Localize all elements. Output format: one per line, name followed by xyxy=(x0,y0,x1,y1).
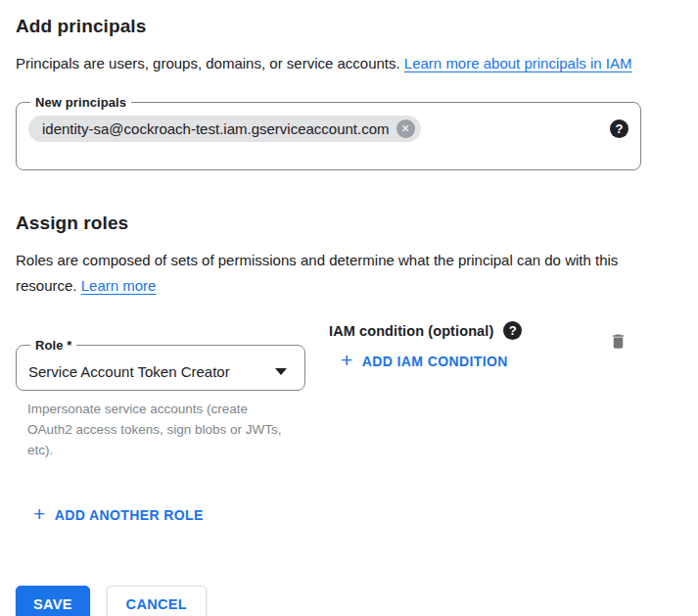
role-helper-text: Impersonate service accounts (create OAu… xyxy=(27,399,292,460)
actions-row: SAVE CANCEL xyxy=(16,586,682,616)
add-another-role-label: ADD ANOTHER ROLE xyxy=(55,507,204,523)
iam-condition-label: IAM condition (optional) xyxy=(329,323,493,339)
principals-description: Principals are users, groups, domains, o… xyxy=(16,51,657,76)
add-another-role-button[interactable]: + ADD ANOTHER ROLE xyxy=(25,501,211,529)
role-selected-value: Service Account Token Creator xyxy=(28,363,230,380)
role-label: Role * xyxy=(30,338,76,353)
dropdown-arrow-icon xyxy=(275,368,287,375)
principals-row: identity-sa@cockroach-test.iam.gservicea… xyxy=(28,116,628,142)
save-button[interactable]: SAVE xyxy=(16,586,90,616)
add-iam-condition-label: ADD IAM CONDITION xyxy=(362,354,508,369)
iam-condition-label-row: IAM condition (optional) ? xyxy=(329,321,522,340)
plus-icon: + xyxy=(33,506,46,522)
role-row: Role * Service Account Token Creator Imp… xyxy=(16,319,682,460)
iam-condition-column: IAM condition (optional) ? + ADD IAM CON… xyxy=(329,319,522,375)
add-principals-title: Add principals xyxy=(16,16,682,37)
roles-description: Roles are composed of sets of permission… xyxy=(16,248,657,299)
role-column: Role * Service Account Token Creator Imp… xyxy=(16,319,305,460)
learn-more-principals-link[interactable]: Learn more about principals in IAM xyxy=(404,55,632,71)
cancel-button[interactable]: CANCEL xyxy=(107,586,207,616)
new-principals-label: New principals xyxy=(30,95,131,110)
new-principals-field[interactable]: New principals identity-sa@cockroach-tes… xyxy=(16,95,641,170)
iam-condition-help-icon[interactable]: ? xyxy=(503,321,522,340)
role-select[interactable]: Role * Service Account Token Creator xyxy=(16,338,305,391)
principals-description-text: Principals are users, groups, domains, o… xyxy=(16,55,404,71)
role-value-row: Service Account Token Creator xyxy=(28,363,293,380)
principal-chip-label: identity-sa@cockroach-test.iam.gservicea… xyxy=(42,120,390,137)
principal-chip[interactable]: identity-sa@cockroach-test.iam.gservicea… xyxy=(28,116,421,142)
assign-roles-title: Assign roles xyxy=(16,213,682,234)
learn-more-roles-link[interactable]: Learn more xyxy=(81,277,157,294)
add-iam-condition-button[interactable]: + ADD IAM CONDITION xyxy=(333,348,516,375)
help-icon[interactable]: ? xyxy=(610,119,628,138)
trash-icon xyxy=(609,332,628,351)
chip-remove-icon[interactable]: × xyxy=(396,119,415,138)
delete-role-button[interactable] xyxy=(607,330,629,353)
plus-icon: + xyxy=(341,353,353,368)
delete-role-column xyxy=(607,319,629,355)
